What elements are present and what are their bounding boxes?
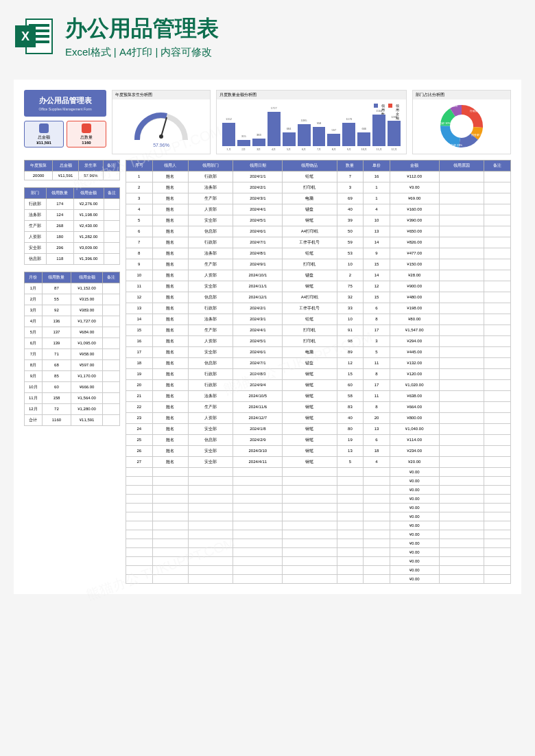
table-header: 领用数量 [46,187,73,198]
table-row: 5姓名安全部2024/5/1钢笔3910¥390.00 [126,215,511,226]
bar: 1170 [342,123,355,146]
table-row: 25姓名信息部2024/2/9钢笔196¥114.00 [126,434,511,445]
table-row: 24姓名安全部2024/1/8钢笔8013¥1,040.00 [126,423,511,434]
main-table: 序号领用人领用部门领用日期领用物品数量单价金额领用原因备注1姓名行政部2024/… [126,160,511,584]
table-row: 4姓名人资部2024/4/1键盘404¥160.00 [126,204,511,215]
table-row: 11月158¥1,564.00 [25,392,120,403]
table-row: 3月92¥383.00 [25,305,120,316]
table-row: 1姓名行政部2024/1/1铅笔716¥112.00 [126,171,511,182]
table-row: ¥0.00 [126,565,511,574]
header-title: 办公用品管理表 [65,14,521,44]
table-row: ¥0.00 [126,503,511,512]
stat-value: 1160 [69,141,104,145]
table-row: 14姓名法务部2024/3/1铅笔108¥80.00 [126,314,511,324]
table-header: 单价 [364,160,390,171]
table-header: 月份 [25,272,43,283]
table-row: ¥0.00 [126,485,511,494]
table-row: 9姓名生产部2024/9/1打印机1015¥150.00 [126,259,511,270]
bar-line-chart: 月度数量金额分析图 领用数量 领用金额 11523153831727684109… [216,90,407,154]
table-row: 18姓名信息部2024/7/1键盘1211¥132.00 [126,357,511,368]
table-header: 部门 [25,187,47,198]
pie-label: 安全部 26% [443,104,457,108]
table-header: 备注 [103,160,119,171]
table-header: 领用人 [152,160,188,171]
table-header: 领用数量 [42,272,71,283]
bar: 1564 [372,115,385,145]
table-row: 安全部296¥3,009.00 [25,242,120,253]
table-row: 20姓名行政部2024/9/4钢笔6017¥1,020.00 [126,379,511,390]
table-row: 生产部268¥2,430.00 [25,220,120,231]
table-header: 数量 [337,160,364,171]
dept-table: 部门领用数量领用金额备注行政部174¥2,276.00法务部124¥1,198.… [24,187,120,265]
table-row: 27姓名安全部2024/4/11钢笔54¥20.00 [126,456,511,467]
table-header: 备注 [484,160,511,171]
table-header: 年度预算 [25,160,53,171]
table-row: 21姓名法务部2024/10/5钢笔5811¥638.00 [126,390,511,401]
table-row: ¥0.00 [126,476,511,485]
table-header: 序号 [126,160,153,171]
table-row: 16姓名人资部2024/5/1打印机983¥294.00 [126,335,511,346]
sheet-title: 办公用品管理表 [27,95,104,106]
table-row: ¥0.00 [126,539,511,547]
table-row: 9月85¥1,170.00 [25,370,120,381]
pie-label: 法务部 10% [471,133,486,137]
table-row: 6月139¥1,095.00 [25,338,120,349]
budget-table: 年度预算总金额发生率备注20000¥11,59157.96% [24,160,120,180]
table-row: 23姓名人资部2024/12/7钢笔4020¥800.00 [126,412,511,423]
table-row: ¥0.00 [126,556,511,565]
table-header: 总金额 [53,160,79,171]
table-row: 1月87¥1,152.00 [25,283,120,294]
bar: 1727 [268,112,281,146]
table-row: 人资部180¥1,282.00 [25,231,120,242]
stat-label: 总数量 [69,134,104,141]
table-row: 7月71¥958.00 [25,349,120,359]
bar: 1095 [298,124,311,146]
table-row: ¥0.00 [126,530,511,539]
pie-label: 生产部 23% [448,143,462,147]
svg-point-8 [159,134,163,139]
stat-total-qty: 总数量 1160 [67,121,106,147]
header-subtitle: Excel格式 | A4打印 | 内容可修改 [65,46,521,59]
excel-icon: X [14,16,55,57]
table-row: 12姓名信息部2024/12/1A4打印纸3215¥480.00 [126,292,511,303]
table-row: ¥0.00 [126,574,511,583]
table-row: 20000¥11,59157.96% [25,171,120,180]
table-row: 22姓名生产部2024/11/6钢笔838¥664.00 [126,401,511,412]
bar: 383 [252,139,265,146]
chart-title: 年度预算发生分析图 [112,91,210,99]
pie-label: 信息部 10% [436,121,451,125]
table-header: 领用金额 [73,187,104,198]
table-row: 10姓名人资部2024/10/1键盘214¥28.00 [126,270,511,281]
stat-value: ¥11,591 [27,141,61,145]
pie-label: 行政部 15% [470,109,484,113]
table-row: 3姓名生产部2024/3/1电脑691¥69.00 [126,193,511,204]
table-row: 合计1160¥11,591 [25,414,120,425]
spreadsheet-preview: 熊猫办公 TUKUPPT.COM 熊猫办公 TUKUPPT.COM 熊猫办公 T… [14,80,521,594]
bar: 684 [283,132,296,146]
table-header: 领用部门 [188,160,233,171]
table-header: 备注 [104,187,120,198]
table-row: 行政部174¥2,276.00 [25,198,120,209]
table-row: 15姓名生产部2024/4/1打印机9117¥1,547.00 [126,324,511,335]
table-row: 11姓名安全部2024/11/1钢笔7512¥900.00 [126,281,511,292]
table-row: 19姓名行政部2024/8/3钢笔158¥120.00 [126,368,511,379]
table-header: 金额 [390,160,439,171]
bar: 666 [357,132,370,145]
pie-chart: 部门占比分析图 安全部 26% 行政部 15% 法务部 10% 生产部 23% … [412,90,511,154]
table-row: ¥0.00 [126,494,511,503]
table-row: 2姓名法务部2024/2/1打印机31¥3.00 [126,182,511,193]
stat-label: 总金额 [27,134,61,141]
stat-total-amount: 总金额 ¥11,591 [24,121,64,147]
svg-text:X: X [21,29,29,43]
table-row: 10月60¥666.00 [25,381,120,392]
table-row: 17姓名安全部2024/6/1电脑895¥445.00 [126,346,511,357]
table-header: 领用原因 [439,160,484,171]
table-row: 12月72¥1,280.00 [25,403,120,414]
table-row: ¥0.00 [126,467,511,476]
table-row: 26姓名安全部2024/3/10钢笔1318¥234.00 [126,445,511,456]
table-row: 4月136¥1,727.00 [25,316,120,327]
table-row: 2月55¥315.00 [25,294,120,305]
svg-line-7 [161,117,167,137]
table-row: 8月68¥597.00 [25,359,120,370]
table-row: 13姓名行政部2024/2/1工作手机号336¥198.00 [126,303,511,314]
